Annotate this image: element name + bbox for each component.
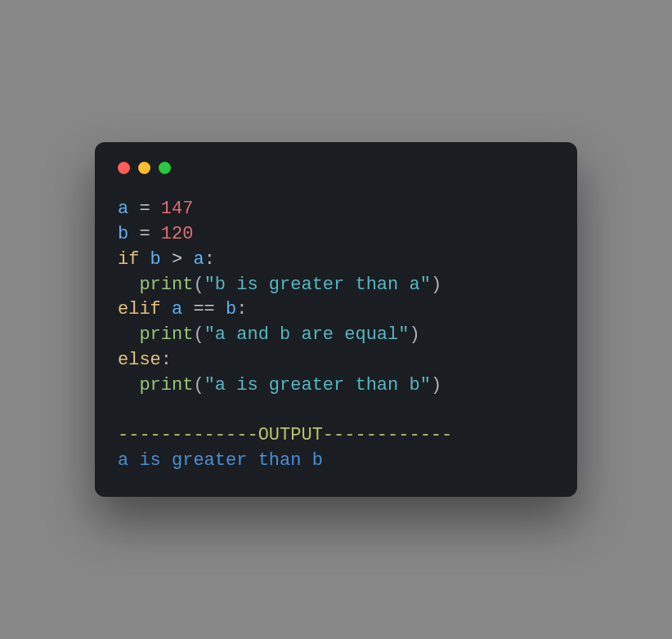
code-token: ) (431, 375, 441, 395)
code-token: = (128, 224, 161, 244)
code-token: print (139, 324, 193, 345)
code-token: = (128, 199, 161, 219)
code-token: b (150, 249, 161, 270)
output-separator: -------------OUTPUT------------ (118, 425, 452, 445)
code-token (118, 275, 139, 295)
code-token: : (204, 249, 215, 270)
code-token: ) (409, 324, 419, 345)
code-token: 120 (161, 224, 194, 244)
code-token: "b is greater than a" (204, 275, 431, 295)
code-token: : (161, 350, 172, 370)
code-token (118, 375, 139, 395)
code-token: if (118, 249, 139, 270)
code-token: : (236, 299, 247, 320)
code-token: 147 (161, 199, 194, 219)
code-token: ) (431, 275, 441, 295)
code-token: else (118, 350, 161, 370)
code-window: a = 147 b = 120 if b > a: print("b is gr… (95, 142, 577, 497)
code-token: elif (118, 299, 161, 320)
code-token: "a is greater than b" (204, 375, 431, 395)
code-token: > (161, 249, 194, 270)
code-block: a = 147 b = 120 if b > a: print("b is gr… (118, 197, 554, 474)
output-text: a is greater than b (118, 450, 323, 471)
code-token: ( (193, 324, 204, 345)
code-token: print (139, 275, 193, 295)
maximize-icon[interactable] (159, 162, 171, 174)
code-token: a (193, 249, 204, 270)
code-token: print (139, 375, 193, 395)
code-token: b (226, 299, 236, 320)
code-token: == (182, 299, 226, 320)
code-token: a (172, 299, 182, 320)
close-icon[interactable] (118, 162, 130, 174)
code-token: a (118, 199, 128, 219)
code-token: ( (193, 375, 204, 395)
code-token (161, 299, 172, 320)
code-token: ( (193, 275, 204, 295)
minimize-icon[interactable] (138, 162, 150, 174)
code-token (118, 324, 139, 345)
traffic-lights (118, 162, 554, 174)
code-token: b (118, 224, 128, 244)
code-token (139, 249, 150, 270)
code-token: "a and b are equal" (204, 324, 410, 345)
